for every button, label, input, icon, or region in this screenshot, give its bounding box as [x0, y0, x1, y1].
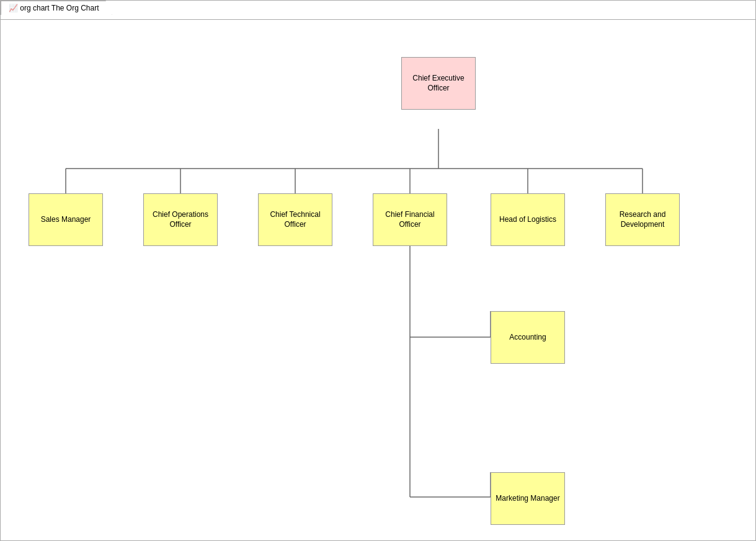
node-hol[interactable]: Head of Logistics: [491, 193, 565, 246]
node-rd[interactable]: Research and Development: [605, 193, 680, 246]
node-marketing[interactable]: Marketing Manager: [491, 472, 565, 525]
tab-icon: 📈: [9, 4, 18, 12]
node-rd-label: Research and Development: [610, 210, 675, 229]
node-ceo-label: Chief Executive Officer: [406, 74, 471, 93]
app-container: 📈 org chart The Org Chart: [0, 0, 756, 541]
chart-area: Chief Executive Officer Sales Manager Ch…: [1, 19, 755, 540]
node-cto-label: Chief Technical Officer: [262, 210, 328, 229]
node-coo-label: Chief Operations Officer: [148, 210, 213, 229]
tab-bar: 📈 org chart The Org Chart: [1, 1, 112, 15]
node-ceo[interactable]: Chief Executive Officer: [401, 57, 476, 110]
node-cto[interactable]: Chief Technical Officer: [258, 193, 332, 246]
node-accounting-label: Accounting: [509, 333, 546, 343]
tab-label: org chart The Org Chart: [20, 4, 99, 12]
node-cfo[interactable]: Chief Financial Officer: [373, 193, 447, 246]
node-coo[interactable]: Chief Operations Officer: [143, 193, 218, 246]
node-sales-manager[interactable]: Sales Manager: [29, 193, 103, 246]
node-marketing-label: Marketing Manager: [496, 494, 559, 504]
org-chart-svg: [1, 20, 755, 540]
node-sales-label: Sales Manager: [41, 215, 91, 225]
node-accounting[interactable]: Accounting: [491, 311, 565, 364]
node-hol-label: Head of Logistics: [499, 215, 556, 225]
node-cfo-label: Chief Financial Officer: [377, 210, 443, 229]
org-chart-tab[interactable]: 📈 org chart The Org Chart: [1, 1, 112, 15]
